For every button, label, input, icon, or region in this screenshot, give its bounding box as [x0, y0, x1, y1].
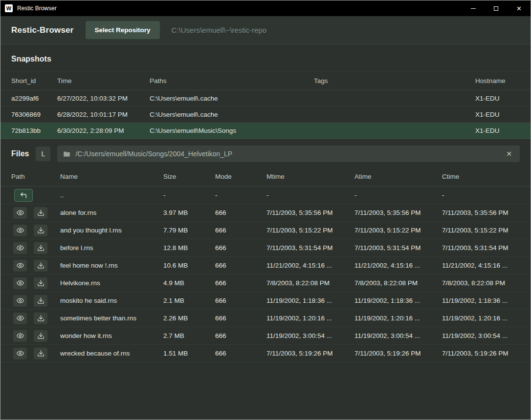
eye-icon	[17, 262, 24, 269]
files-path-input[interactable]: /C:/Users/emuell/Music/Songs/2004_Helvet…	[57, 146, 520, 162]
download-icon	[37, 279, 44, 287]
download-icon	[37, 227, 44, 234]
preview-file-button[interactable]	[13, 207, 27, 219]
file-atime: 11/19/2002, 3:00:54 ...	[354, 332, 442, 339]
snapshot-short-id: 76306869	[11, 111, 57, 118]
eye-icon	[17, 227, 24, 234]
col-hostname: Hostname	[475, 77, 520, 84]
download-icon	[37, 209, 44, 216]
close-icon: ✕	[516, 5, 522, 12]
preview-file-button[interactable]	[13, 277, 27, 289]
file-ctime: 11/19/2002, 1:18:36 ...	[442, 297, 520, 304]
file-atime: 11/19/2002, 1:18:36 ...	[354, 297, 442, 304]
file-mtime: 7/11/2003, 5:19:26 PM	[266, 350, 354, 357]
maximize-icon	[494, 6, 498, 11]
file-name: sometimes better than.rns	[60, 315, 163, 322]
file-name: wrecked because of.rns	[60, 350, 163, 357]
snapshot-row-selected[interactable]: 72b813bb 6/30/2022, 2:28:09 PM C:\Users\…	[0, 123, 531, 139]
col-mode: Mode	[215, 173, 266, 180]
file-ctime: 7/11/2003, 5:35:56 PM	[442, 209, 520, 216]
file-atime: 7/11/2003, 5:19:26 PM	[354, 350, 442, 357]
download-file-button[interactable]	[34, 313, 47, 324]
repository-path: C:\Users\emuell\~\restic-repo	[172, 26, 267, 34]
file-ctime: -	[442, 191, 520, 199]
preview-file-button[interactable]	[13, 330, 27, 342]
download-icon	[37, 244, 44, 252]
file-row: wrecked because of.rns 1.51 MB 666 7/11/…	[0, 345, 531, 362]
go-up-button[interactable]	[14, 189, 33, 202]
snapshot-short-id: a2299af6	[11, 95, 57, 102]
download-icon	[37, 350, 44, 357]
files-list-mode-button[interactable]: L	[36, 147, 50, 161]
snapshot-paths: C:\Users\emuell\.cache	[150, 111, 314, 118]
maximize-button[interactable]	[485, 0, 508, 16]
file-size: 2.7 MB	[163, 332, 215, 339]
preview-file-button[interactable]	[13, 242, 27, 254]
titlebar: W Restic Browser ✕	[0, 0, 531, 16]
preview-file-button[interactable]	[13, 260, 27, 272]
col-ctime: Ctime	[442, 173, 520, 180]
close-button[interactable]: ✕	[508, 0, 531, 16]
file-ctime: 7/11/2003, 5:31:54 PM	[442, 244, 520, 252]
col-size: Size	[163, 173, 215, 180]
minimize-button[interactable]	[462, 0, 485, 16]
file-mtime: -	[266, 191, 354, 199]
download-file-button[interactable]	[34, 260, 47, 272]
eye-icon	[17, 297, 24, 304]
window-title: Restic Browser	[17, 5, 57, 12]
file-size: 1.51 MB	[163, 350, 215, 357]
file-name: ..	[60, 191, 163, 199]
file-row: sometimes better than.rns 2.26 MB 666 11…	[0, 310, 531, 327]
file-atime: 11/21/2002, 4:15:16 ...	[354, 262, 442, 269]
preview-file-button[interactable]	[13, 295, 27, 307]
app-window: W Restic Browser ✕ Restic-Browser Select…	[0, 0, 531, 420]
download-file-button[interactable]	[34, 225, 47, 236]
download-file-button[interactable]	[34, 277, 47, 289]
file-name: moskito he said.rns	[60, 297, 163, 304]
file-size: 2.26 MB	[163, 315, 215, 322]
snapshot-paths: C:\Users\emuell\Music\Songs	[150, 127, 314, 134]
preview-file-button[interactable]	[13, 225, 27, 236]
snapshot-row[interactable]: 76306869 6/28/2022, 10:01:17 PM C:\Users…	[0, 106, 531, 123]
download-file-button[interactable]	[34, 242, 47, 254]
file-name: feel home now !.rns	[60, 262, 163, 269]
file-mtime: 7/11/2003, 5:15:22 PM	[266, 227, 354, 234]
col-name: Name	[60, 173, 163, 180]
snapshot-short-id: 72b813bb	[11, 127, 57, 134]
file-mode: 666	[215, 332, 266, 339]
download-file-button[interactable]	[34, 330, 47, 342]
download-icon	[37, 262, 44, 269]
app-name: Restic-Browser	[11, 25, 74, 35]
download-icon	[37, 332, 44, 339]
eye-icon	[17, 244, 24, 252]
select-repository-button[interactable]: Select Repository	[86, 21, 160, 39]
file-atime: -	[354, 191, 442, 199]
file-mtime: 7/8/2003, 8:22:08 PM	[266, 279, 354, 287]
file-mode: 666	[215, 209, 266, 216]
file-size: 12.8 MB	[163, 244, 215, 252]
download-file-button[interactable]	[34, 348, 47, 359]
eye-icon	[17, 209, 24, 216]
download-icon	[37, 315, 44, 322]
file-row: alone for.rns 3.97 MB 666 7/11/2003, 5:3…	[0, 204, 531, 222]
file-row: Helvikone.rns 4.9 MB 666 7/8/2003, 8:22:…	[0, 274, 531, 292]
download-file-button[interactable]	[34, 207, 47, 219]
header: Restic-Browser Select Repository C:\User…	[0, 16, 531, 44]
files-path-value: /C:/Users/emuell/Music/Songs/2004_Helvet…	[75, 150, 499, 158]
file-mtime: 11/19/2002, 3:00:54 ...	[266, 332, 354, 339]
eye-icon	[17, 279, 24, 287]
return-arrow-icon	[20, 191, 27, 199]
files-title: Files	[11, 149, 29, 158]
col-time: Time	[57, 77, 150, 84]
file-mode: 666	[215, 350, 266, 357]
files-bar: Files L /C:/Users/emuell/Music/Songs/200…	[0, 139, 531, 167]
file-ctime: 11/19/2002, 1:20:16 ...	[442, 315, 520, 322]
snapshot-row[interactable]: a2299af6 6/27/2022, 10:03:32 PM C:\Users…	[0, 90, 531, 106]
file-name: and you thought l.rns	[60, 227, 163, 234]
download-icon	[37, 297, 44, 304]
preview-file-button[interactable]	[13, 348, 27, 359]
preview-file-button[interactable]	[13, 313, 27, 324]
clear-path-icon[interactable]: ✕	[504, 148, 514, 159]
file-mtime: 11/19/2002, 1:18:36 ...	[266, 297, 354, 304]
download-file-button[interactable]	[34, 295, 47, 307]
